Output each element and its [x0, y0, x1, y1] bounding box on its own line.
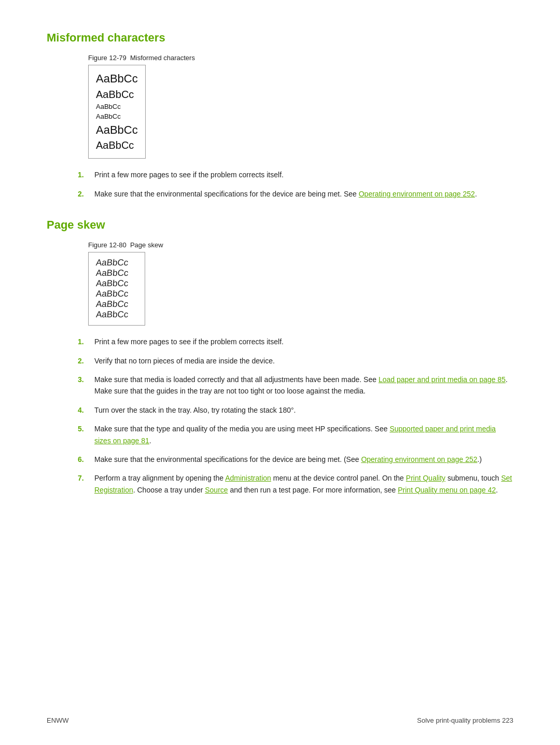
skew-line-2: AaBbCc	[95, 268, 138, 278]
footer-left: ENWW	[47, 716, 69, 724]
misformed-heading: Misformed characters	[47, 31, 513, 45]
ps-text-4: Turn over the stack in the tray. Also, t…	[94, 404, 513, 416]
step-num-2: 2.	[78, 188, 94, 200]
figure-12-80-label: Figure 12-80 Page skew	[88, 241, 513, 249]
ps-text-6: Make sure that the environmental specifi…	[94, 454, 513, 465]
ps-num-7: 7.	[78, 472, 94, 484]
fig-line-5: AaBbCc	[96, 122, 138, 138]
skew-line-1: AaBbCc	[95, 258, 138, 268]
ps-text-5: Make sure that the type and quality of t…	[94, 423, 513, 446]
pageskew-step-4: 4. Turn over the stack in the tray. Also…	[78, 404, 513, 416]
figure-12-79-label: Figure 12-79 Misformed characters	[88, 54, 513, 62]
ps-num-1: 1.	[78, 336, 94, 347]
source-link[interactable]: Source	[205, 486, 228, 494]
fig-line-4: AaBbCc	[96, 112, 138, 122]
pageskew-section: Page skew Figure 12-80 Page skew AaBbCc …	[47, 218, 513, 496]
ps-text-7: Perform a tray alignment by opening the …	[94, 472, 513, 496]
pageskew-step-3: 3. Make sure that media is loaded correc…	[78, 374, 513, 397]
figure-12-79-image: AaBbCc AaBbCc AaBbCc AaBbCc AaBbCc AaBbC…	[88, 65, 146, 159]
footer-right: Solve print-quality problems 223	[417, 716, 513, 724]
administration-link[interactable]: Administration	[225, 474, 271, 482]
ps-text-1: Print a few more pages to see if the pro…	[94, 336, 513, 347]
ps-num-2: 2.	[78, 355, 94, 367]
fig-line-2: AaBbCc	[96, 87, 138, 102]
print-quality-link-1[interactable]: Print Quality	[406, 474, 445, 482]
pageskew-step-1: 1. Print a few more pages to see if the …	[78, 336, 513, 347]
figure-12-80-image: AaBbCc AaBbCc AaBbCc AaBbCc AaBbCc AaBbC…	[88, 252, 145, 326]
fig-line-1: AaBbCc	[96, 71, 138, 87]
skew-line-4: AaBbCc	[95, 289, 138, 299]
skew-line-6: AaBbCc	[95, 310, 137, 320]
ps-text-3: Make sure that media is loaded correctly…	[94, 374, 513, 397]
ps-num-6: 6.	[78, 454, 94, 465]
ps-num-3: 3.	[78, 374, 94, 385]
misformed-section: Misformed characters Figure 12-79 Misfor…	[47, 31, 513, 200]
print-quality-menu-link[interactable]: Print Quality menu on page 42	[398, 486, 496, 494]
operating-env-link-2[interactable]: Operating environment on page 252	[361, 455, 477, 463]
load-paper-link[interactable]: Load paper and print media on page 85	[379, 375, 506, 384]
ps-num-4: 4.	[78, 404, 94, 416]
pageskew-step-7: 7. Perform a tray alignment by opening t…	[78, 472, 513, 496]
misformed-step-2: 2. Make sure that the environmental spec…	[78, 188, 513, 200]
fig-line-6: AaBbCc	[96, 138, 138, 153]
pageskew-heading: Page skew	[47, 218, 513, 232]
misformed-step-1: 1. Print a few more pages to see if the …	[78, 169, 513, 180]
step-text-1: Print a few more pages to see if the pro…	[94, 169, 513, 180]
pageskew-steps: 1. Print a few more pages to see if the …	[78, 336, 513, 496]
skew-line-5: AaBbCc	[95, 299, 138, 310]
operating-env-link-1[interactable]: Operating environment on page 252	[359, 190, 475, 198]
page-footer: ENWW Solve print-quality problems 223	[0, 716, 560, 724]
skew-line-3: AaBbCc	[95, 278, 137, 289]
misformed-steps: 1. Print a few more pages to see if the …	[78, 169, 513, 200]
step-num-1: 1.	[78, 169, 94, 180]
pageskew-step-5: 5. Make sure that the type and quality o…	[78, 423, 513, 446]
ps-num-5: 5.	[78, 423, 94, 434]
step-text-2: Make sure that the environmental specifi…	[94, 188, 513, 200]
fig-line-3: AaBbCc	[96, 102, 138, 112]
pageskew-step-2: 2. Verify that no torn pieces of media a…	[78, 355, 513, 367]
pageskew-step-6: 6. Make sure that the environmental spec…	[78, 454, 513, 465]
ps-text-2: Verify that no torn pieces of media are …	[94, 355, 513, 367]
